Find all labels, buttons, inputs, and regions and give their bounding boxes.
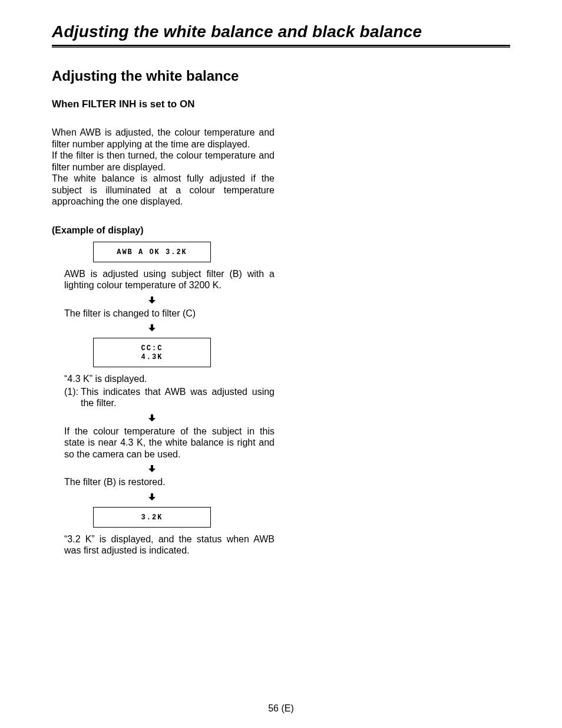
- display-box-2: CC:C 4.3K: [93, 338, 211, 367]
- caption-1: AWB is adjusted using subject filter (B)…: [64, 268, 275, 291]
- down-arrow-icon: [93, 324, 211, 333]
- caption-2: The filter is changed to filter (C): [64, 308, 275, 319]
- page: Adjusting the white balance and black ba…: [0, 0, 562, 728]
- list-item-1: (1): This indicates that AWB was adjuste…: [64, 386, 275, 409]
- display-box-1: AWB A OK 3.2K: [93, 242, 211, 262]
- down-arrow-icon: [93, 493, 211, 502]
- intro-paragraph: When AWB is adjusted, the colour tempera…: [52, 127, 275, 207]
- list-body: This indicates that AWB was adjusted usi…: [81, 386, 275, 409]
- list-marker: (1):: [64, 386, 81, 409]
- caption-3: “4.3 K” is displayed.: [64, 373, 275, 385]
- down-arrow-icon: [93, 414, 211, 423]
- section-title: Adjusting the white balance: [52, 68, 510, 84]
- body-columns: When FILTER INH is set to ON When AWB is…: [52, 98, 510, 556]
- down-arrow-icon: [93, 296, 211, 305]
- caption-6: “3.2 K” is displayed, and the status whe…: [64, 533, 275, 556]
- chapter-title: Adjusting the white balance and black ba…: [52, 22, 510, 41]
- caption-4: If the colour temperature of the subject…: [64, 426, 275, 460]
- subsection-heading: When FILTER INH is set to ON: [52, 98, 275, 110]
- down-arrow-icon: [93, 465, 211, 474]
- display-box-3: 3.2K: [93, 507, 211, 528]
- left-column: When FILTER INH is set to ON When AWB is…: [52, 98, 275, 556]
- caption-5: The filter (B) is restored.: [64, 476, 275, 488]
- page-number: 56 (E): [0, 703, 562, 714]
- rule-thin: [52, 47, 510, 48]
- example-label: (Example of display): [52, 225, 275, 236]
- rule-thick: [52, 45, 510, 47]
